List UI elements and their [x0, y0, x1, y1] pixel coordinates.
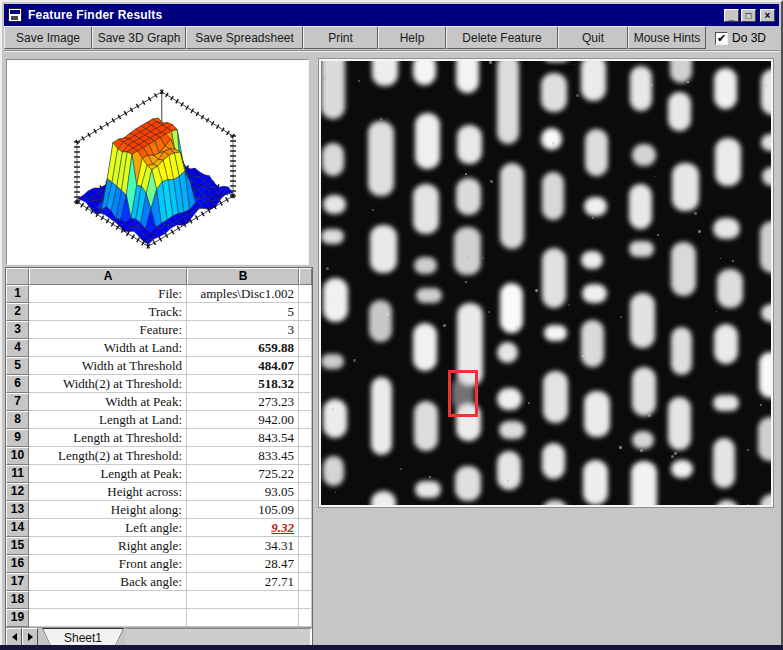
minimize-button[interactable]: _: [724, 9, 739, 22]
value-cell[interactable]: 3: [187, 321, 299, 339]
value-cell[interactable]: 833.45: [187, 447, 299, 465]
save-image-button[interactable]: Save Image: [4, 26, 92, 49]
sheet-tab-label: Sheet1: [64, 631, 102, 645]
label-cell[interactable]: Length at Peak:: [29, 465, 187, 483]
row-number-cell[interactable]: 1: [6, 285, 29, 303]
value-cell[interactable]: 484.07: [187, 357, 299, 375]
noise-speck: [335, 492, 336, 493]
row-number-cell[interactable]: 6: [6, 375, 29, 393]
label-cell[interactable]: Height along:: [29, 501, 187, 519]
disc-pit-blob: [760, 221, 771, 273]
disc-pit-blob: [760, 494, 771, 505]
row-number-cell[interactable]: 5: [6, 357, 29, 375]
label-cell[interactable]: Width at Land:: [29, 339, 187, 357]
row-number-cell[interactable]: 17: [6, 573, 29, 591]
value-cell[interactable]: 9.32: [187, 519, 299, 537]
row-number-cell[interactable]: 15: [6, 537, 29, 555]
tab-scroll-right-button[interactable]: [22, 628, 38, 646]
row-number-cell[interactable]: 4: [6, 339, 29, 357]
do3d-checkbox[interactable]: Do 3D: [715, 26, 766, 50]
label-cell[interactable]: Back angle:: [29, 573, 187, 591]
row-number-cell[interactable]: 10: [6, 447, 29, 465]
value-cell[interactable]: 34.31: [187, 537, 299, 555]
row-number-cell[interactable]: 13: [6, 501, 29, 519]
value-cell[interactable]: 843.54: [187, 429, 299, 447]
noise-speck: [619, 446, 622, 449]
close-button[interactable]: ×: [760, 9, 775, 22]
micrograph-image[interactable]: [321, 61, 771, 505]
save-3d-graph-button[interactable]: Save 3D Graph: [92, 26, 186, 49]
tab-scroll-left-button[interactable]: [6, 628, 22, 646]
label-cell[interactable]: Width at Peak:: [29, 393, 187, 411]
disc-pit-blob: [368, 121, 394, 197]
row-number-cell[interactable]: 19: [6, 609, 29, 627]
disc-pit-blob: [541, 128, 562, 151]
quit-button[interactable]: Quit: [558, 26, 628, 49]
delete-feature-button[interactable]: Delete Feature: [446, 26, 558, 49]
value-cell[interactable]: amples\Disc1.002: [187, 285, 299, 303]
help-button[interactable]: Help: [378, 26, 446, 49]
value-cell[interactable]: 27.71: [187, 573, 299, 591]
mouse-hints-button[interactable]: Mouse Hints: [628, 26, 706, 49]
disc-pit-blob: [632, 431, 654, 449]
disc-pit-blob: [631, 461, 657, 505]
value-cell[interactable]: 725.22: [187, 465, 299, 483]
disc-pit-blob: [715, 500, 740, 506]
value-cell[interactable]: 93.05: [187, 483, 299, 501]
value-cell[interactable]: [187, 591, 299, 609]
row-number-cell[interactable]: 8: [6, 411, 29, 429]
value-cell[interactable]: 518.32: [187, 375, 299, 393]
row-number-cell[interactable]: 2: [6, 303, 29, 321]
sheet-corner-cell[interactable]: [6, 268, 29, 285]
label-cell[interactable]: Front angle:: [29, 555, 187, 573]
value-cell[interactable]: 273.23: [187, 393, 299, 411]
disc-pit-blob: [321, 61, 345, 119]
sheet-body: 1File:amples\Disc1.0022Track:53Feature:3…: [6, 285, 312, 627]
column-header-b[interactable]: B: [187, 268, 299, 285]
label-cell[interactable]: Width at Threshold: [29, 357, 187, 375]
noise-speck: [387, 118, 388, 119]
value-cell[interactable]: 942.00: [187, 411, 299, 429]
sheet-tab[interactable]: Sheet1: [42, 628, 124, 646]
titlebar[interactable]: Feature Finder Results _ □ ×: [4, 4, 779, 26]
value-cell[interactable]: 28.47: [187, 555, 299, 573]
disc-pit-blob: [454, 227, 481, 275]
print-button[interactable]: Print: [303, 26, 378, 49]
label-cell[interactable]: [29, 591, 187, 609]
value-cell[interactable]: 5: [187, 303, 299, 321]
row-number-cell[interactable]: 9: [6, 429, 29, 447]
row-number-cell[interactable]: 16: [6, 555, 29, 573]
value-cell[interactable]: 105.09: [187, 501, 299, 519]
label-cell[interactable]: File:: [29, 285, 187, 303]
value-cell[interactable]: [187, 609, 299, 627]
label-cell[interactable]: [29, 609, 187, 627]
spare-cell: [299, 321, 312, 339]
label-cell[interactable]: Track:: [29, 303, 187, 321]
value-cell[interactable]: 659.88: [187, 339, 299, 357]
label-cell[interactable]: Left angle:: [29, 519, 187, 537]
label-cell[interactable]: Width(2) at Threshold:: [29, 375, 187, 393]
row-number-cell[interactable]: 3: [6, 321, 29, 339]
label-cell[interactable]: Feature:: [29, 321, 187, 339]
row-number-cell[interactable]: 14: [6, 519, 29, 537]
spare-cell: [299, 411, 312, 429]
maximize-button[interactable]: □: [741, 9, 756, 22]
row-number-cell[interactable]: 11: [6, 465, 29, 483]
disc-pit-blob: [323, 399, 347, 438]
label-cell[interactable]: Right angle:: [29, 537, 187, 555]
disc-pit-blob: [713, 218, 740, 240]
row-number-cell[interactable]: 12: [6, 483, 29, 501]
column-header-spare: [299, 268, 312, 285]
save-spreadsheet-button[interactable]: Save Spreadsheet: [186, 26, 303, 49]
label-cell[interactable]: Length at Land:: [29, 411, 187, 429]
disc-pit-blob: [713, 438, 735, 488]
column-header-a[interactable]: A: [29, 268, 187, 285]
row-number-cell[interactable]: 7: [6, 393, 29, 411]
label-cell[interactable]: Height across:: [29, 483, 187, 501]
sheet-row: 8Length at Land:942.00: [6, 411, 312, 429]
label-cell[interactable]: Length(2) at Threshold:: [29, 447, 187, 465]
row-number-cell[interactable]: 18: [6, 591, 29, 609]
disc-pit-blob: [671, 460, 693, 478]
noise-speck: [698, 230, 701, 233]
label-cell[interactable]: Length at Threshold:: [29, 429, 187, 447]
